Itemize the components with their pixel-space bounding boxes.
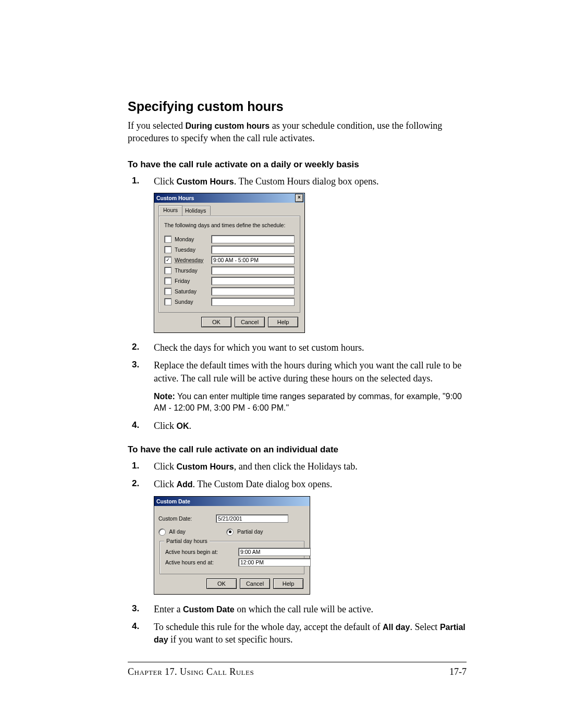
step-num: 1. <box>132 175 139 187</box>
step-text: To schedule this rule for the whole day,… <box>154 622 383 632</box>
dialog-buttons: OK Cancel Help <box>158 578 303 589</box>
label-begin: Active hours begin at: <box>165 548 238 556</box>
step-num: 2. <box>132 341 139 353</box>
step-text: . The Custom Date dialog box opens. <box>193 479 333 489</box>
label-friday[interactable]: Friday <box>175 277 211 285</box>
checkbox-thursday[interactable] <box>164 267 172 274</box>
input-end[interactable] <box>238 558 311 566</box>
step-text: Check the days for which you want to set… <box>154 342 364 353</box>
step-text: Click <box>154 421 177 431</box>
custom-hours-dialog: Custom Hours × Hours Holidays The follow… <box>154 193 305 333</box>
row-friday: Friday <box>164 277 295 285</box>
tab-hours[interactable]: Hours <box>158 205 182 216</box>
checkbox-sunday[interactable] <box>164 298 172 305</box>
time-input-thursday[interactable] <box>211 266 295 275</box>
step-note: Note: You can enter multiple time ranges… <box>154 391 467 414</box>
schedule-caption: The following days and times define the … <box>164 221 295 229</box>
row-saturday: Saturday <box>164 287 295 295</box>
label-sunday[interactable]: Sunday <box>175 298 211 305</box>
radio-all-day[interactable] <box>158 528 166 536</box>
row-sunday: Sunday <box>164 298 295 306</box>
time-input-friday[interactable] <box>211 277 295 285</box>
label-saturday[interactable]: Saturday <box>175 288 211 295</box>
label-tuesday[interactable]: Tuesday <box>175 246 211 253</box>
titlebar[interactable]: Custom Hours × <box>154 193 304 203</box>
label-wednesday[interactable]: Wednesday <box>175 256 211 264</box>
row-tuesday: Tuesday <box>164 245 295 254</box>
step-2: 2. Check the days for which you want to … <box>154 341 467 354</box>
step-1: 1. Click Custom Hours, and then click th… <box>154 460 467 473</box>
time-input-sunday[interactable] <box>211 298 295 306</box>
subhead-individual-date: To have the call rule activate on an ind… <box>128 445 467 455</box>
note-label: Note: <box>154 392 175 401</box>
checkbox-saturday[interactable] <box>164 288 172 295</box>
step-bold: All day <box>383 623 410 632</box>
cancel-button[interactable]: Cancel <box>235 317 265 327</box>
row-wednesday: ✓ Wednesday <box>164 256 295 264</box>
intro-bold: During custom hours <box>185 121 270 130</box>
tab-holidays[interactable]: Holidays <box>180 206 211 215</box>
help-button[interactable]: Help <box>273 578 303 589</box>
steps-daily-weekly: 1. Click Custom Hours. The Custom Hours … <box>128 175 467 432</box>
section-title: Specifying custom hours <box>128 99 467 114</box>
days-grid: Monday Tuesday ✓ Wedn <box>164 235 295 306</box>
row-monday: Monday <box>164 235 295 243</box>
page-footer: Chapter 17. Using Call Rules 17-7 <box>128 667 467 677</box>
time-input-saturday[interactable] <box>211 287 295 295</box>
step-bold: Add <box>177 480 193 489</box>
step-3: 3. Enter a Custom Date on which the call… <box>154 603 467 615</box>
step-num: 3. <box>132 603 139 615</box>
row-begin: Active hours begin at: <box>165 548 299 556</box>
cancel-button[interactable]: Cancel <box>240 578 270 589</box>
label-monday[interactable]: Monday <box>175 236 211 243</box>
time-input-tuesday[interactable] <box>211 245 295 254</box>
help-button[interactable]: Help <box>268 317 298 327</box>
step-text: . <box>189 421 192 431</box>
step-text: Click <box>154 461 177 472</box>
subhead-daily-weekly: To have the call rule activate on a dail… <box>128 159 467 170</box>
step-1: 1. Click Custom Hours. The Custom Hours … <box>154 175 467 333</box>
time-input-wednesday[interactable] <box>211 256 295 264</box>
tab-panel-hours: The following days and times define the … <box>158 216 300 313</box>
step-num: 3. <box>132 359 139 371</box>
row-day-type: All day Partial day <box>158 528 305 536</box>
label-thursday[interactable]: Thursday <box>175 267 211 274</box>
intro-prefix: If you selected <box>128 120 185 131</box>
window-title: Custom Date <box>156 498 190 505</box>
step-text: . Select <box>410 622 439 632</box>
label-end: Active hours end at: <box>165 559 238 566</box>
checkbox-tuesday[interactable] <box>164 246 172 253</box>
row-end: Active hours end at: <box>165 558 299 566</box>
ok-button[interactable]: OK <box>201 317 231 327</box>
checkbox-wednesday[interactable]: ✓ <box>164 256 172 264</box>
input-custom-date[interactable] <box>216 514 288 523</box>
radio-partial-day[interactable] <box>226 528 234 536</box>
step-bold: Custom Date <box>183 605 235 614</box>
step-bold: Custom Hours <box>177 177 234 186</box>
figure-custom-hours: Custom Hours × Hours Holidays The follow… <box>154 193 467 333</box>
step-bold: OK <box>177 422 189 430</box>
checkbox-friday[interactable] <box>164 277 172 285</box>
checkbox-monday[interactable] <box>164 236 172 243</box>
step-text: Replace the default times with the hours… <box>154 360 461 383</box>
label-custom-date: Custom Date: <box>158 515 216 522</box>
intro-paragraph: If you selected During custom hours as y… <box>128 119 467 145</box>
window-title: Custom Hours <box>156 194 194 202</box>
step-text: . The Custom Hours dialog box opens. <box>234 176 379 187</box>
footer-rule <box>128 662 467 662</box>
time-input-monday[interactable] <box>211 235 295 243</box>
row-custom-date: Custom Date: <box>158 514 305 523</box>
ok-button[interactable]: OK <box>206 578 237 589</box>
step-text: Enter a <box>154 604 183 614</box>
label-partial-day[interactable]: Partial day <box>237 528 263 535</box>
step-num: 1. <box>132 460 139 472</box>
footer-chapter: Chapter 17. Using Call Rules <box>128 667 254 677</box>
close-icon[interactable]: × <box>295 194 303 202</box>
note-text: You can enter multiple time ranges separ… <box>154 392 462 412</box>
input-begin[interactable] <box>238 548 311 556</box>
tabs: Hours Holidays <box>158 206 300 216</box>
step-num: 4. <box>132 621 139 633</box>
label-all-day[interactable]: All day <box>169 528 186 535</box>
dialog-buttons: OK Cancel Help <box>158 317 298 327</box>
titlebar[interactable]: Custom Date <box>154 497 310 506</box>
